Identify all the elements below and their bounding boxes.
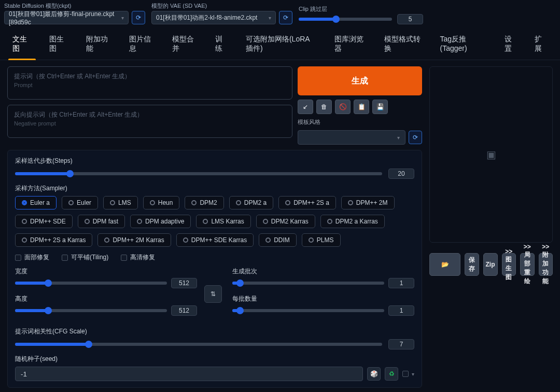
refresh-vae-button[interactable]: ⟳ <box>279 11 292 24</box>
generate-column: 生成 ↙🗑🚫📋💾 模板风格 ▾ ⟳ <box>298 66 422 145</box>
save-button[interactable]: 保存 <box>465 253 479 276</box>
batch-size-slider[interactable] <box>232 309 384 312</box>
sd-model-label: Stable Diffusion 模型(ckpt) <box>4 2 145 10</box>
tab-11[interactable]: 扩展 <box>530 32 552 60</box>
sampler-option[interactable]: DPM2 a <box>229 196 273 209</box>
sd-model-group: Stable Diffusion 模型(ckpt) 01[秋目带01]最后修剪-… <box>4 2 145 24</box>
height-slider[interactable] <box>15 309 167 312</box>
tab-1[interactable]: 图生图 <box>45 32 73 60</box>
radio-dot-icon <box>285 200 290 205</box>
radio-dot-icon <box>110 200 115 205</box>
radio-dot-icon <box>236 200 241 205</box>
radio-dot-icon <box>137 219 142 224</box>
tab-4[interactable]: 模型合并 <box>168 32 202 60</box>
generate-button[interactable]: 生成 <box>298 66 422 95</box>
open-folder-button[interactable]: 📂 <box>429 253 460 276</box>
quick-actions-row: ↙🗑🚫📋💾 <box>298 100 422 114</box>
vae-label: 模型的 VAE (SD VAE) <box>151 2 292 10</box>
seed-input[interactable] <box>15 367 363 381</box>
hires-fix-checkbox[interactable]: 高清修复 <box>121 253 155 262</box>
chevron-down-icon: ▾ <box>397 135 400 141</box>
parameters-panel: 采样迭代步数(Steps) 20 采样方法(Sampler) Euler aEu… <box>7 150 422 388</box>
tab-7[interactable]: 图库浏览器 <box>330 32 370 60</box>
sd-model-select[interactable]: 01[秋目带01]最后修剪-final-prune.ckpt [89d59c ▾ <box>4 11 129 24</box>
vae-select[interactable]: 01[秋目带01]动画2-kl-f8-anime2.ckpt ▾ <box>151 11 276 24</box>
sampler-option[interactable]: DPM++ 2S a Karras <box>15 233 92 247</box>
steps-value[interactable]: 20 <box>388 169 414 179</box>
chevron-down-icon: ▾ <box>269 15 271 21</box>
height-value[interactable]: 512 <box>171 305 197 316</box>
send-extras-button[interactable]: >> 附加功能 <box>539 253 553 276</box>
quick-action-0[interactable]: ↙ <box>298 100 313 114</box>
quick-action-3[interactable]: 📋 <box>354 100 369 114</box>
quick-action-2[interactable]: 🚫 <box>335 100 351 114</box>
tab-3[interactable]: 图片信息 <box>125 32 159 60</box>
tiling-checkbox[interactable]: 可平铺(Tiling) <box>62 253 108 262</box>
radio-dot-icon <box>104 237 109 243</box>
tab-10[interactable]: 设置 <box>500 32 522 60</box>
width-label: 宽度 <box>15 267 197 276</box>
steps-label: 采样迭代步数(Steps) <box>15 157 414 165</box>
tab-8[interactable]: 模型格式转换 <box>380 32 427 60</box>
sampler-option[interactable]: DPM++ 2S a <box>278 196 336 209</box>
sampler-option[interactable]: DDIM <box>259 233 297 247</box>
sampler-option[interactable]: LMS Karras <box>196 215 250 228</box>
sampler-option[interactable]: DPM++ SDE <box>15 215 73 228</box>
chevron-down-icon: ▾ <box>121 15 124 21</box>
radio-dot-icon <box>68 200 74 205</box>
random-seed-button[interactable]: 🎲 <box>367 367 381 381</box>
cfg-slider[interactable] <box>15 343 382 346</box>
tab-2[interactable]: 附加功能 <box>82 32 116 60</box>
quick-action-1[interactable]: 🗑 <box>316 100 332 114</box>
sampler-option[interactable]: Heun <box>143 196 180 209</box>
refresh-model-button[interactable]: ⟳ <box>132 11 145 24</box>
quick-action-4[interactable]: 💾 <box>372 100 388 114</box>
batch-count-value[interactable]: 1 <box>388 278 414 288</box>
sampler-radio-group: Euler aEulerLMSHeunDPM2DPM2 aDPM++ 2S aD… <box>15 196 414 247</box>
send-inpaint-button[interactable]: >> 局部重绘 <box>520 253 535 276</box>
sampler-option[interactable]: DPM2 <box>185 196 223 209</box>
reuse-seed-button[interactable]: ♻ <box>385 367 398 381</box>
prompt-input[interactable]: 提示词（按 Ctrl+Enter 或 Alt+Enter 生成） Prompt <box>7 66 292 100</box>
tab-5[interactable]: 训练 <box>211 32 232 60</box>
sampler-option[interactable]: DPM++ 2M <box>341 196 395 209</box>
tab-9[interactable]: Tag反推(Tagger) <box>436 32 491 60</box>
sampler-option[interactable]: DPM++ SDE Karras <box>176 233 254 247</box>
refresh-styles-button[interactable]: ⟳ <box>409 131 422 144</box>
seed-label: 随机种子(seed) <box>15 355 414 363</box>
face-restore-checkbox[interactable]: 面部修复 <box>15 253 49 262</box>
steps-slider[interactable] <box>15 172 382 175</box>
zip-button[interactable]: Zip <box>483 253 498 276</box>
send-img2img-button[interactable]: >> 图生图 <box>502 253 516 276</box>
batch-size-value[interactable]: 1 <box>388 305 414 316</box>
cfg-value[interactable]: 7 <box>388 339 414 349</box>
batch-size-label: 每批数量 <box>232 295 414 303</box>
radio-dot-icon <box>22 237 27 243</box>
clip-skip-slider[interactable] <box>299 18 392 21</box>
template-style-select[interactable]: ▾ <box>298 130 405 145</box>
vae-value: 01[秋目带01]动画2-kl-f8-anime2.ckpt <box>156 13 257 22</box>
width-slider[interactable] <box>15 282 167 285</box>
sampler-option[interactable]: DPM fast <box>78 215 125 228</box>
sampler-option[interactable]: Euler a <box>15 196 57 209</box>
sampler-option[interactable]: DPM adaptive <box>130 215 191 228</box>
width-value[interactable]: 512 <box>171 278 197 288</box>
sampler-option[interactable]: DPM2 Karras <box>256 215 315 228</box>
clip-skip-value[interactable]: 5 <box>397 14 423 24</box>
radio-dot-icon <box>150 200 155 205</box>
sampler-option[interactable]: DPM++ 2M Karras <box>97 233 171 247</box>
negative-prompt-input[interactable]: 反向提示词（按 Ctrl+Enter 或 Alt+Enter 生成） Negat… <box>7 105 292 138</box>
sampler-option[interactable]: PLMS <box>302 233 341 247</box>
sampler-option[interactable]: LMS <box>103 196 138 209</box>
vae-group: 模型的 VAE (SD VAE) 01[秋目带01]动画2-kl-f8-anim… <box>151 2 292 24</box>
radio-dot-icon <box>191 200 197 205</box>
batch-count-slider[interactable] <box>232 282 384 285</box>
prompt-placeholder: 提示词（按 Ctrl+Enter 或 Alt+Enter 生成） <box>14 72 286 81</box>
tab-0[interactable]: 文生图 <box>8 32 36 60</box>
sampler-option[interactable]: DPM2 a Karras <box>320 215 385 228</box>
tab-6[interactable]: 可选附加网络(LoRA插件) <box>242 32 321 60</box>
sampler-option[interactable]: Euler <box>62 196 98 209</box>
swap-dimensions-button[interactable]: ⇅ <box>204 285 222 303</box>
prompt-sub: Prompt <box>14 82 286 88</box>
seed-extra-checkbox[interactable]: ▾ <box>402 371 414 377</box>
